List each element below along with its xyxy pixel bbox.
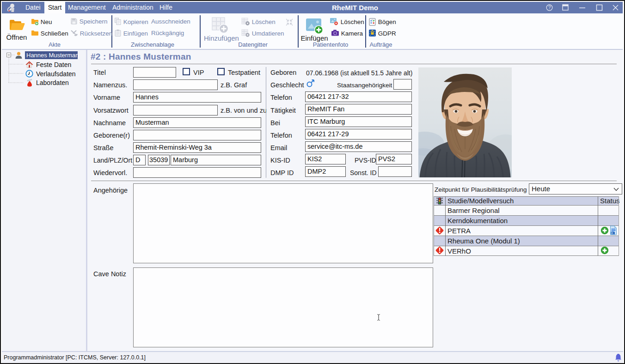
svg-text:?: ?	[548, 5, 551, 10]
svg-text:P.: P.	[612, 232, 613, 235]
